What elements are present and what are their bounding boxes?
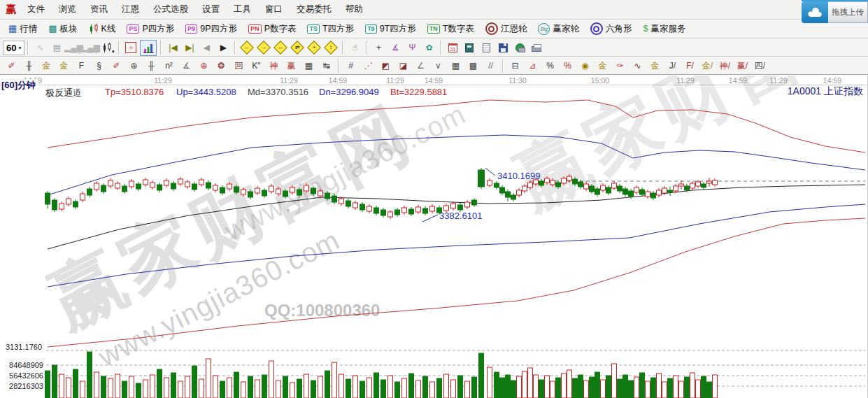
diamond-vertical-button[interactable]: ↕ bbox=[323, 41, 339, 55]
diamond-move-right-button[interactable]: → bbox=[256, 41, 271, 55]
clipboard-tool[interactable]: ▤ bbox=[49, 41, 64, 55]
fib-grid-tool[interactable]: F bbox=[73, 59, 90, 73]
diamond-compress-button[interactable]: ⇄ bbox=[290, 41, 305, 55]
next-page-button[interactable]: ▶ bbox=[215, 41, 231, 55]
menu-item-7[interactable]: 窗口 bbox=[258, 4, 290, 14]
flag-pencil-tool[interactable]: ✑ bbox=[612, 59, 628, 73]
wave-tool[interactable]: ∿ bbox=[629, 59, 646, 73]
last-page-button[interactable]: ▶| bbox=[182, 41, 197, 55]
percent-line-tool[interactable]: % bbox=[560, 59, 576, 73]
kline-button[interactable]: K线 bbox=[83, 21, 122, 36]
menu-item-8[interactable]: 交易委托 bbox=[290, 4, 339, 14]
time-grid-tool[interactable]: ╫ bbox=[143, 59, 159, 73]
calculator-tool[interactable] bbox=[462, 41, 477, 55]
diamond-move-left-button[interactable]: ← bbox=[239, 41, 255, 55]
zigzag-tool[interactable]: ∿ bbox=[32, 41, 48, 55]
gold2-angle-tool[interactable]: 金/ bbox=[699, 59, 716, 73]
prev-page-button[interactable]: ◀ bbox=[199, 41, 214, 55]
diamond-zoom-button[interactable]: + bbox=[306, 41, 322, 55]
crosshair-tool[interactable]: + bbox=[371, 41, 386, 55]
gann-grid-tool[interactable]: ╫ bbox=[21, 59, 37, 73]
number-grid-tool[interactable]: ▦ bbox=[301, 59, 317, 73]
ying-angle-tool[interactable]: 赢/ bbox=[734, 59, 750, 73]
gold-grid2-tool[interactable]: 金 bbox=[56, 59, 72, 73]
percent-tool[interactable]: % bbox=[542, 59, 558, 73]
ying-grid-tool[interactable]: 赢 bbox=[283, 59, 299, 73]
fan-square-tool[interactable]: ◪ bbox=[395, 59, 411, 73]
angle-a-tool[interactable]: ∡ bbox=[178, 59, 194, 73]
grid-filled-tool[interactable]: ▩ bbox=[465, 59, 481, 73]
t-square-button[interactable]: TST四方形 bbox=[301, 21, 360, 36]
box-ruler-tool[interactable]: # bbox=[343, 59, 359, 73]
cloud-icon[interactable] bbox=[802, 1, 828, 23]
bars-5-tool[interactable]: ▂▄▆5 bbox=[83, 41, 98, 55]
first-page-button[interactable]: |◀ bbox=[165, 41, 180, 55]
winner-service-button[interactable]: $赢家服务 bbox=[637, 21, 691, 36]
scale-tool[interactable]: ⊟ bbox=[507, 59, 523, 73]
export-web-tool[interactable] bbox=[512, 41, 527, 55]
market-quotes-button[interactable]: ▦行情 bbox=[3, 21, 43, 36]
k-marks-tool[interactable]: K″ bbox=[248, 59, 264, 73]
print-tool[interactable] bbox=[529, 41, 544, 55]
gold-angle-tool[interactable]: 金 bbox=[647, 59, 663, 73]
angle-measure-tool[interactable]: ∡ bbox=[387, 41, 403, 55]
drag-upload-button[interactable]: 拖拽上传 bbox=[828, 1, 868, 23]
gold-grid-tool[interactable]: 金 bbox=[38, 59, 55, 73]
f-angle-tool[interactable]: F/ bbox=[682, 59, 698, 73]
timeframe-select[interactable]: 60▾ bbox=[3, 41, 24, 55]
menu-item-6[interactable]: 工具 bbox=[227, 4, 258, 14]
menu-item-4[interactable]: 公式选股 bbox=[146, 4, 195, 14]
calendar-tool[interactable]: 21 bbox=[445, 41, 460, 55]
cycle-circle-tool[interactable]: ⊕ bbox=[126, 59, 142, 73]
diamond-expand-button[interactable]: ↔ bbox=[273, 41, 288, 55]
brush-grid-tool[interactable]: ✐ bbox=[108, 59, 124, 73]
spiral-tool[interactable]: § bbox=[91, 59, 107, 73]
bars-3-tool[interactable]: ▂▄▆3 bbox=[66, 41, 81, 55]
p9-square-button[interactable]: P99P四方形 bbox=[180, 21, 243, 36]
indicator-chart-tool[interactable] bbox=[140, 40, 157, 56]
gold-circle-tool[interactable]: ◉ bbox=[577, 59, 593, 73]
fan-box-tool[interactable]: ◩ bbox=[378, 59, 394, 73]
application-window: 赢 文件浏览资讯江恩公式选股设置工具窗口交易委托帮助 拖拽上传 ▦行情▩板块K线… bbox=[0, 0, 868, 398]
si-angle-tool[interactable]: 四/ bbox=[752, 59, 768, 73]
t-number-table-button[interactable]: TNT数字表 bbox=[422, 21, 480, 36]
price-chart-canvas[interactable]: 14:5911:2911:2914:5911:2914:5911:3015:00… bbox=[0, 76, 868, 398]
candle-style-tool[interactable]: ▾ bbox=[99, 41, 115, 55]
save-tool[interactable] bbox=[495, 41, 511, 55]
parallel-lines-tool[interactable]: // bbox=[483, 59, 499, 73]
square-target-tool[interactable]: 回 bbox=[231, 59, 247, 73]
menu-item-5[interactable]: 设置 bbox=[195, 4, 227, 14]
trend-angle-tool[interactable]: ∠ bbox=[413, 59, 429, 73]
shen-angle-tool[interactable]: 神/ bbox=[717, 59, 733, 73]
p-square-button[interactable]: PSP四方形 bbox=[121, 21, 180, 36]
menu-item-0[interactable]: 文件 bbox=[20, 4, 52, 14]
menu-item-9[interactable]: 帮助 bbox=[339, 4, 370, 14]
timeshare-chart-tool[interactable]: ≈ bbox=[123, 41, 138, 55]
smart-analysis-tool[interactable]: ✿ bbox=[421, 41, 436, 55]
timeframe-value: 60 bbox=[6, 43, 16, 53]
hexagon-button[interactable]: 六角形 bbox=[585, 21, 638, 36]
menu-item-3[interactable]: 江恩 bbox=[115, 4, 146, 14]
winner-wheel-button[interactable]: Big赢家轮 bbox=[532, 21, 585, 36]
j-angle-tool[interactable]: J/ bbox=[664, 59, 681, 73]
width-arrows-tool[interactable]: ↹ bbox=[318, 59, 334, 73]
gann-wheel-button[interactable]: 江恩轮 bbox=[480, 21, 533, 36]
pan-hand-tool[interactable]: ☝ bbox=[347, 41, 362, 55]
sectors-button[interactable]: ▩板块 bbox=[43, 21, 83, 36]
brush-tool[interactable]: ✐ bbox=[3, 59, 20, 73]
p-number-table-button[interactable]: PNP数字表 bbox=[243, 21, 301, 36]
percent-triangle-tool[interactable]: ⊿ bbox=[525, 59, 541, 73]
fan-lines-tool[interactable]: ⋰ bbox=[360, 59, 376, 73]
circle-cross-tool[interactable]: ⊕ bbox=[196, 59, 212, 73]
notes-tool[interactable] bbox=[478, 41, 494, 55]
target-tool[interactable]: ❂ bbox=[213, 59, 229, 73]
grid-tool[interactable]: ▦ bbox=[448, 59, 464, 73]
menu-item-1[interactable]: 浏览 bbox=[52, 4, 83, 14]
shen-grid-tool[interactable]: 神 bbox=[266, 59, 282, 73]
v-lines-tool[interactable]: ∨ bbox=[430, 59, 446, 73]
fractal-tool[interactable]: Ψ bbox=[404, 41, 420, 55]
n2-grid-tool[interactable]: n² bbox=[161, 59, 177, 73]
gold-line-tool[interactable]: 金 bbox=[595, 59, 611, 73]
menu-item-2[interactable]: 资讯 bbox=[83, 4, 115, 14]
t9-square-button[interactable]: T99T四方形 bbox=[360, 21, 422, 36]
